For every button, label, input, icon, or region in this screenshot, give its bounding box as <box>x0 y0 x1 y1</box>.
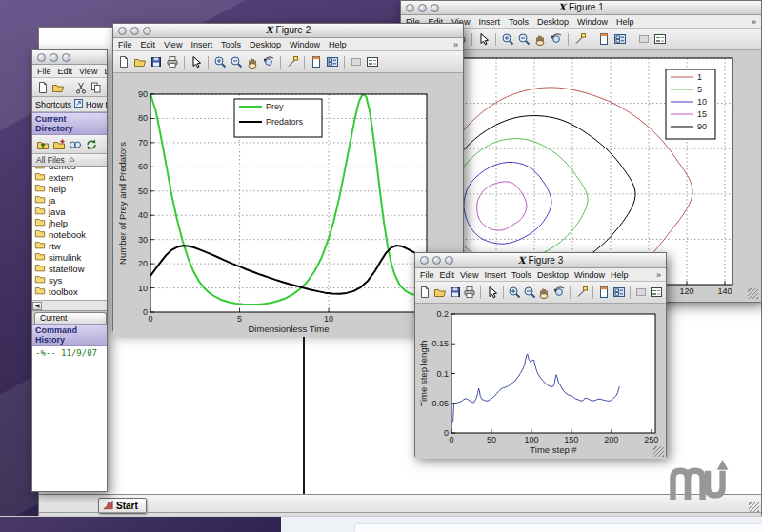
left-window-titlebar[interactable] <box>32 50 107 65</box>
toolbar-button-zoom-in[interactable] <box>508 284 522 301</box>
legend-box[interactable] <box>666 69 715 139</box>
toolbar-button-print[interactable] <box>463 284 477 301</box>
menu-item-edit[interactable]: Edit <box>440 270 455 280</box>
toolbar-button-folder-up[interactable] <box>35 136 50 153</box>
figure3-axes[interactable]: 05010015020025000.050.10.150.2Time step … <box>415 304 668 459</box>
figure1-titlebar[interactable]: XFigure 1 <box>401 1 761 15</box>
menu-item-desktop[interactable]: Desktop <box>537 17 569 27</box>
command-history-list[interactable]: -%-- 11/9/07 <box>32 346 107 491</box>
menu-overflow-icon[interactable]: » <box>656 270 661 280</box>
close-button[interactable] <box>118 27 127 35</box>
menu-overflow-icon[interactable]: » <box>453 40 458 49</box>
menu-item-view[interactable]: View <box>164 40 182 49</box>
menu-item-help[interactable]: Help <box>616 17 634 27</box>
menu-item-insert[interactable]: Insert <box>484 270 506 280</box>
toolbar-button-save-figure[interactable] <box>149 53 164 70</box>
menu-item-edit[interactable]: Edit <box>58 67 73 76</box>
menu-item-file[interactable]: File <box>118 40 132 49</box>
scroll-left-icon[interactable]: ◀ <box>32 302 42 310</box>
shortcut-item[interactable]: How t <box>86 100 107 109</box>
toolbar-button-zoom-out[interactable] <box>516 30 531 48</box>
menu-item-view[interactable]: View <box>79 67 97 76</box>
menu-item-window[interactable]: Window <box>290 40 320 49</box>
zoom-button[interactable] <box>62 53 70 62</box>
toolbar-button-data-cursor[interactable] <box>285 53 300 70</box>
panel-splitter[interactable] <box>303 322 305 497</box>
toolbar-button-print[interactable] <box>165 53 180 70</box>
toolbar-button-figure-palette[interactable] <box>596 30 612 48</box>
toolbar-button-figure-palette[interactable] <box>597 284 612 301</box>
figure2-axes[interactable]: 05100102030405060708090Dimensionless Tim… <box>113 73 465 337</box>
menu-item-help[interactable]: Help <box>329 40 347 49</box>
toolbar-button-open-file[interactable] <box>50 79 65 96</box>
menu-item-edit[interactable]: Edit <box>141 40 156 49</box>
toolbar-button-refresh[interactable] <box>84 136 99 153</box>
toolbar-button-zoom-in[interactable] <box>212 53 228 70</box>
toolbar-button-pointer[interactable] <box>485 284 499 301</box>
toolbar-button-cut[interactable] <box>73 79 88 96</box>
minimize-button[interactable] <box>130 27 139 35</box>
toolbar-button-pan[interactable] <box>532 30 548 48</box>
toolbar-button-save-figure[interactable] <box>448 284 462 301</box>
tab-current-directory[interactable]: Current Directory <box>34 312 107 324</box>
toolbar-button-new-figure[interactable] <box>116 53 131 70</box>
toolbar-button-figure-palette[interactable] <box>309 53 324 70</box>
minimize-button[interactable] <box>432 256 441 265</box>
toolbar-button-insert-legend[interactable] <box>652 30 668 48</box>
files-column-header[interactable]: All Files <box>32 154 107 167</box>
toolbar-button-zoom-in[interactable] <box>500 30 515 48</box>
toolbar-button-open-file[interactable] <box>132 53 148 70</box>
menu-item-tools[interactable]: Tools <box>511 270 531 280</box>
menu-item-tools[interactable]: Tools <box>221 40 241 49</box>
menu-item-view[interactable]: View <box>460 270 478 280</box>
zoom-button[interactable] <box>445 256 453 265</box>
toolbar-button-data-cursor[interactable] <box>574 284 589 301</box>
menu-item-desktop[interactable]: Desktop <box>250 40 281 49</box>
menu-item-insert[interactable]: Insert <box>478 17 500 27</box>
history-entry[interactable]: -%-- 11/9/07 <box>35 348 104 358</box>
menu-overflow-icon[interactable]: » <box>752 17 756 27</box>
minimize-button[interactable] <box>418 4 427 12</box>
toolbar-button-plot-browser[interactable] <box>325 53 340 70</box>
zoom-button[interactable] <box>431 4 439 12</box>
toolbar-button-pan[interactable] <box>245 53 260 70</box>
zoom-button[interactable] <box>143 27 151 35</box>
menu-item-help[interactable]: Help <box>611 270 629 280</box>
figure3-resize-grip[interactable] <box>653 446 664 457</box>
toolbar-button-plot-browser[interactable] <box>612 284 626 301</box>
menu-item-insert[interactable]: Insert <box>190 40 212 49</box>
menu-item-tools[interactable]: Tools <box>509 17 529 27</box>
toolbar-button-copy[interactable] <box>90 79 104 96</box>
toolbar-button-new-document[interactable] <box>35 79 50 96</box>
toolbar-button-zoom-out[interactable] <box>229 53 244 70</box>
toolbar-button-rotate-3d[interactable] <box>549 30 564 48</box>
menu-item-window[interactable]: Window <box>574 270 605 280</box>
toolbar-button-insert-colorbar[interactable] <box>636 30 652 48</box>
close-button[interactable] <box>37 53 46 62</box>
menu-item-desktop[interactable]: Desktop <box>537 270 569 280</box>
statusbar-resize-grip[interactable] <box>749 502 759 512</box>
toolbar-button-insert-legend[interactable] <box>649 284 663 301</box>
toolbar-button-rotate-3d[interactable] <box>552 284 567 301</box>
toolbar-button-insert-colorbar[interactable] <box>634 284 649 301</box>
matlab-start-button[interactable]: Start <box>98 498 147 514</box>
toolbar-button-pointer[interactable] <box>476 30 491 48</box>
toolbar-button-find-files[interactable] <box>68 136 83 153</box>
figure3-titlebar[interactable]: XFigure 3 <box>415 253 666 268</box>
menu-item-file[interactable]: File <box>420 270 434 280</box>
menu-item-file[interactable]: File <box>37 67 51 76</box>
menu-item-window[interactable]: Window <box>577 17 608 27</box>
toolbar-button-insert-colorbar[interactable] <box>349 53 364 70</box>
toolbar-button-zoom-out[interactable] <box>522 284 536 301</box>
minimize-button[interactable] <box>50 53 58 62</box>
toolbar-button-insert-legend[interactable] <box>365 53 380 70</box>
toolbar-button-data-cursor[interactable] <box>572 30 588 48</box>
plot-area[interactable] <box>451 314 655 433</box>
toolbar-button-rotate-3d[interactable] <box>261 53 276 70</box>
file-list-item[interactable]: toolbox <box>32 286 107 297</box>
toolbar-button-pan[interactable] <box>537 284 551 301</box>
toolbar-button-pointer[interactable] <box>189 53 204 70</box>
close-button[interactable] <box>406 4 414 12</box>
horizontal-scrollbar[interactable]: ◀ <box>32 301 107 311</box>
menu-item-d[interactable]: D <box>104 67 107 76</box>
